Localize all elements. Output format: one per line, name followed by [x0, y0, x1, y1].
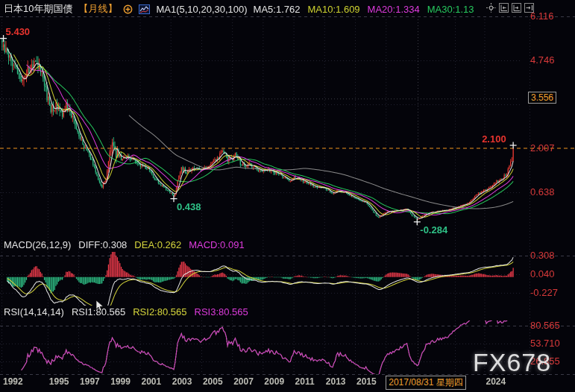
x-axis-label: 1997	[80, 376, 100, 387]
crosshair-icon[interactable]	[486, 3, 496, 13]
compress-icon[interactable]	[499, 3, 509, 13]
symbol-title: 日本10年期国债	[4, 2, 72, 16]
ma-value: MA5:1.762	[254, 4, 301, 15]
x-axis-label: 1992	[3, 376, 23, 387]
x-axis-label: 2003	[172, 376, 192, 387]
ma-value: MA30:1.13	[427, 4, 474, 15]
x-axis-label: 1999	[110, 376, 131, 387]
rsi-value: RSI3:80.565	[195, 306, 248, 317]
price-extreme-label: -0.284	[420, 224, 447, 235]
ma-values: MA5:1.762MA10:1.609MA20:1.334MA30:1.13	[254, 4, 482, 15]
crosshair-price-label: 3.556	[528, 92, 556, 104]
rsi-axis-label: 80.565	[530, 320, 560, 331]
chart-header: 日本10年期国债 【月线】 MA1(5,10,20,30,100) MA5:1.…	[4, 2, 482, 16]
x-axis-label: 2011	[295, 376, 315, 387]
macd-panel-title: MACD(26,12,9) DIFF:0.308DEA:0.262MACD:0.…	[4, 239, 252, 250]
price-extreme-label: 2.100	[482, 133, 506, 145]
price-extreme-label: 0.438	[177, 201, 201, 212]
crosshair-date-label: 2017/08/31 星期四	[386, 376, 465, 390]
watermark: FX678	[473, 348, 551, 377]
x-axis-label: 2007	[233, 376, 254, 387]
chart-type-icon[interactable]	[139, 4, 150, 14]
x-axis-label: 1995	[49, 376, 69, 387]
x-axis-label: 2001	[141, 376, 161, 387]
macd-axis-label: 0.040	[530, 268, 555, 279]
price-extreme-label: 5.430	[6, 26, 31, 37]
macd-values: DIFF:0.308DEA:0.262MACD:0.091	[78, 239, 251, 250]
ma-settings-label: MA1(5,10,20,30,100)	[156, 4, 247, 15]
chart-toolbar	[486, 3, 534, 13]
macd-axis-label: -0.227	[530, 287, 558, 298]
circle-plus-icon[interactable]	[123, 4, 133, 14]
macd-value: DEA:0.262	[134, 239, 181, 250]
x-axis-label: 2005	[203, 376, 223, 387]
price-axis-label: 4.746	[530, 54, 555, 66]
macd-axis-label: 0.308	[530, 250, 555, 261]
rsi-axis-label: 53.710	[530, 338, 560, 349]
period-label: 【月线】	[78, 2, 117, 16]
x-axis-label: 2024	[486, 376, 506, 387]
macd-value: MACD:0.091	[189, 239, 244, 250]
ma-value: MA10:1.609	[307, 4, 359, 15]
chart-canvas[interactable]	[0, 0, 575, 392]
goto-latest-icon[interactable]	[524, 3, 534, 13]
ma-value: MA20:1.334	[368, 4, 420, 15]
rsi-title: RSI(14,14,14)	[4, 306, 64, 317]
rsi-panel-title: RSI(14,14,14) RSI1:80.565RSI2:80.565RSI3…	[4, 306, 256, 317]
x-axis-label: 2009	[264, 376, 284, 387]
price-axis-label: 2.007	[530, 142, 555, 154]
rsi-value: RSI2:80.565	[133, 306, 186, 317]
macd-title: MACD(26,12,9)	[4, 239, 71, 250]
expand-icon[interactable]	[512, 3, 521, 13]
chart-app: 日本10年期国债 【月线】 MA1(5,10,20,30,100) MA5:1.…	[0, 0, 575, 392]
x-axis-label: 2013	[326, 376, 346, 387]
x-axis-label: 2015	[356, 376, 377, 387]
mouse-cursor	[95, 300, 104, 312]
macd-value: DIFF:0.308	[78, 239, 127, 250]
price-axis-label: 0.638	[530, 186, 555, 197]
